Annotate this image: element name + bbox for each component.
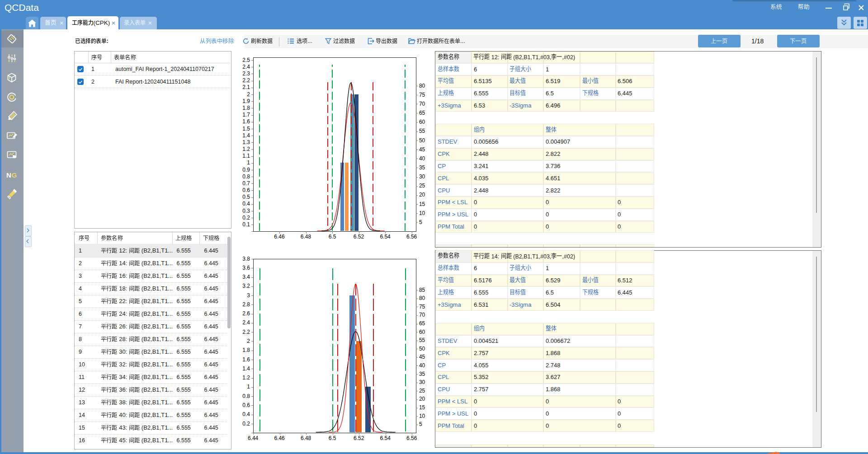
svg-text:0.9: 0.9 <box>243 167 250 173</box>
svg-text:75: 75 <box>419 303 425 309</box>
svg-text:0.6: 0.6 <box>243 402 250 408</box>
svg-text:10: 10 <box>419 210 425 216</box>
svg-text:6.46: 6.46 <box>274 234 285 240</box>
svg-text:80: 80 <box>419 83 425 89</box>
svg-text:35: 35 <box>419 370 425 377</box>
svg-text:60: 60 <box>419 119 425 126</box>
svg-text:15: 15 <box>419 201 425 207</box>
svg-text:70: 70 <box>419 101 425 107</box>
svg-text:6.52: 6.52 <box>354 435 364 441</box>
svg-text:30: 30 <box>419 379 425 385</box>
svg-text:55: 55 <box>419 337 425 343</box>
svg-text:1.2: 1.2 <box>243 374 250 381</box>
svg-text:6.5: 6.5 <box>329 234 336 240</box>
svg-text:60: 60 <box>419 328 425 335</box>
svg-text:0.2: 0.2 <box>243 215 250 221</box>
svg-text:6.48: 6.48 <box>301 234 311 240</box>
svg-text:45: 45 <box>419 146 425 153</box>
svg-text:0.4: 0.4 <box>243 201 250 207</box>
svg-text:70: 70 <box>419 312 425 318</box>
svg-text:1.2: 1.2 <box>243 146 250 152</box>
svg-text:0.4: 0.4 <box>243 411 250 417</box>
svg-text:30: 30 <box>419 173 425 180</box>
svg-text:2.8: 2.8 <box>243 301 250 307</box>
svg-text:3.4: 3.4 <box>243 274 250 280</box>
svg-text:1: 1 <box>247 160 250 166</box>
svg-text:1.6: 1.6 <box>243 119 250 125</box>
svg-text:0.2: 0.2 <box>243 420 250 426</box>
svg-text:50: 50 <box>419 137 425 144</box>
svg-text:20: 20 <box>419 192 425 198</box>
svg-text:65: 65 <box>419 320 425 327</box>
svg-text:3.6: 3.6 <box>243 264 250 271</box>
svg-text:6.54: 6.54 <box>380 234 391 240</box>
svg-text:2: 2 <box>247 91 250 98</box>
svg-text:6.54: 6.54 <box>380 435 391 441</box>
svg-text:6.5: 6.5 <box>329 435 336 441</box>
svg-text:1.1: 1.1 <box>243 153 250 159</box>
svg-text:40: 40 <box>419 155 425 162</box>
svg-text:40: 40 <box>419 362 425 369</box>
svg-text:1.7: 1.7 <box>243 112 250 118</box>
svg-text:1.4: 1.4 <box>243 132 250 139</box>
svg-text:20: 20 <box>419 396 425 402</box>
svg-text:6.52: 6.52 <box>354 234 364 240</box>
svg-text:0.8: 0.8 <box>243 173 250 180</box>
svg-text:25: 25 <box>419 387 425 393</box>
svg-text:6.46: 6.46 <box>274 435 285 441</box>
svg-text:2.4: 2.4 <box>243 64 250 70</box>
svg-text:5: 5 <box>419 421 422 427</box>
svg-text:2.4: 2.4 <box>243 319 250 326</box>
svg-text:G: G <box>12 171 17 179</box>
svg-text:1.9: 1.9 <box>243 98 250 104</box>
svg-text:0.6: 0.6 <box>243 187 250 193</box>
svg-text:0.5: 0.5 <box>243 194 250 200</box>
svg-text:0.7: 0.7 <box>243 180 250 187</box>
svg-text:2.1: 2.1 <box>243 84 250 91</box>
svg-text:3: 3 <box>247 292 250 298</box>
svg-text:35: 35 <box>419 164 425 171</box>
svg-text:6.56: 6.56 <box>406 234 417 240</box>
svg-text:2.2: 2.2 <box>243 328 250 335</box>
svg-text:2.6: 2.6 <box>243 310 250 317</box>
svg-text:3.8: 3.8 <box>243 255 250 262</box>
svg-text:3.2: 3.2 <box>243 283 250 289</box>
svg-text:25: 25 <box>419 183 425 189</box>
svg-text:5: 5 <box>419 219 422 225</box>
svg-text:0.8: 0.8 <box>243 393 250 399</box>
svg-text:1.5: 1.5 <box>243 126 250 132</box>
svg-text:6.56: 6.56 <box>407 435 418 441</box>
svg-text:45: 45 <box>419 354 425 360</box>
svg-text:65: 65 <box>419 110 425 116</box>
svg-text:1: 1 <box>247 384 250 390</box>
svg-text:50: 50 <box>419 345 425 351</box>
svg-text:1.8: 1.8 <box>243 105 250 111</box>
svg-text:10: 10 <box>419 412 425 419</box>
svg-text:6.44: 6.44 <box>248 435 259 441</box>
svg-text:75: 75 <box>419 92 425 98</box>
svg-text:55: 55 <box>419 128 425 135</box>
svg-text:6.48: 6.48 <box>301 435 311 441</box>
svg-text:0.1: 0.1 <box>243 221 250 228</box>
svg-text:15: 15 <box>419 404 425 411</box>
svg-text:2.2: 2.2 <box>243 78 250 84</box>
svg-text:1.8: 1.8 <box>243 347 250 353</box>
svg-text:2.5: 2.5 <box>243 57 250 63</box>
svg-text:0.3: 0.3 <box>243 208 250 214</box>
svg-text:80: 80 <box>419 295 425 301</box>
svg-text:2.3: 2.3 <box>243 70 250 77</box>
svg-text:N: N <box>6 171 11 179</box>
svg-text:2: 2 <box>247 338 250 344</box>
svg-text:1.3: 1.3 <box>243 139 250 145</box>
svg-text:1.6: 1.6 <box>243 356 250 362</box>
svg-text:1.4: 1.4 <box>243 365 250 371</box>
svg-text:85: 85 <box>419 286 425 293</box>
